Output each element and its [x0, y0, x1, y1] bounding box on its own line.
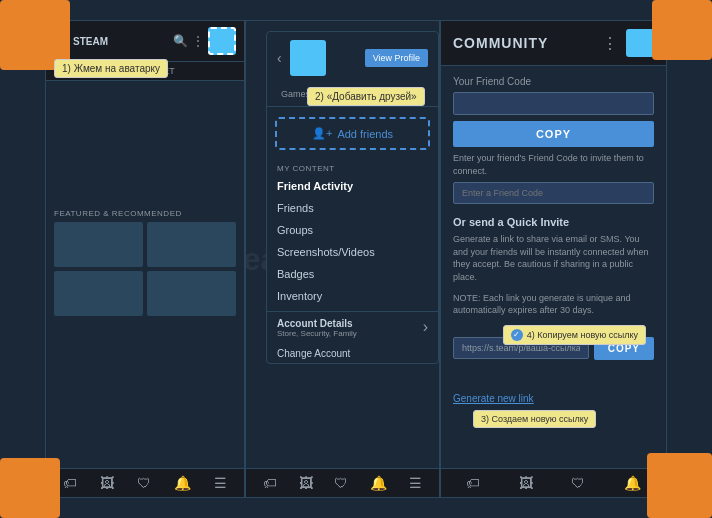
- generate-link-button[interactable]: Generate new link: [453, 393, 534, 404]
- bottom-shield-icon[interactable]: 🛡: [137, 475, 151, 491]
- list-item-groups[interactable]: Groups: [267, 219, 438, 241]
- mid-bottom-shield-icon[interactable]: 🛡: [334, 475, 348, 491]
- steam-header-icons: 🔍 ⋮: [173, 27, 236, 55]
- copy-friend-code-button[interactable]: COPY: [453, 121, 654, 147]
- steam-header: STEAM 🔍 ⋮: [46, 21, 244, 62]
- account-title[interactable]: Account Details: [277, 318, 428, 329]
- bottom-tag-icon[interactable]: 🏷: [63, 475, 77, 491]
- mid-bottom-bell-icon[interactable]: 🔔: [370, 475, 387, 491]
- check-icon: ✓: [511, 329, 523, 341]
- list-item-friend-activity[interactable]: Friend Activity: [267, 175, 438, 197]
- content-list: Friend Activity Friends Groups Screensho…: [267, 175, 438, 307]
- bottom-image-icon[interactable]: 🖼: [100, 475, 114, 491]
- tooltip-click-avatar: 1) Жмем на аватарку: [54, 59, 168, 78]
- featured-item-3: [54, 271, 143, 316]
- main-container: STEAM 🔍 ⋮ MENU WISHLIST WALLET 1) Жмем н…: [45, 20, 667, 498]
- mid-bottom-menu-icon[interactable]: ☰: [409, 475, 422, 491]
- community-header: COMMUNITY ⋮: [441, 21, 666, 66]
- account-chevron-icon: ›: [423, 318, 428, 336]
- right-bottom-nav: 🏷 🖼 🛡 🔔: [441, 468, 666, 497]
- quick-invite-desc: Generate a link to share via email or SM…: [453, 233, 654, 283]
- featured-item-2: [147, 222, 236, 267]
- featured-label: FEATURED & RECOMMENDED: [54, 209, 236, 218]
- community-menu-icon[interactable]: ⋮: [602, 34, 618, 53]
- tooltip-generate-link: 3) Создаем новую ссылку: [473, 410, 596, 428]
- steam-label: STEAM: [73, 36, 108, 47]
- view-profile-button[interactable]: View Profile: [365, 49, 428, 67]
- gift-box-bottom-right: [647, 453, 712, 518]
- right-bottom-image-icon[interactable]: 🖼: [519, 475, 533, 491]
- left-content: FEATURED & RECOMMENDED: [46, 81, 244, 324]
- gift-box-top-right: [652, 0, 712, 60]
- mid-bottom-image-icon[interactable]: 🖼: [299, 475, 313, 491]
- left-panel: STEAM 🔍 ⋮ MENU WISHLIST WALLET 1) Жмем н…: [45, 20, 245, 498]
- my-content-label: MY CONTENT: [267, 160, 438, 175]
- community-content: Your Friend Code COPY Enter your friend'…: [441, 66, 666, 464]
- left-bottom-nav: 🏷 🖼 🛡 🔔 ☰: [46, 468, 244, 497]
- friend-code-input[interactable]: [453, 92, 654, 115]
- middle-bottom-nav: 🏷 🖼 🛡 🔔 ☰: [246, 468, 439, 497]
- bottom-menu-icon[interactable]: ☰: [214, 475, 227, 491]
- bottom-bell-icon[interactable]: 🔔: [174, 475, 191, 491]
- invite-text: Enter your friend's Friend Code to invit…: [453, 152, 654, 177]
- account-subtitle: Store, Security, Family: [277, 329, 428, 338]
- list-item-inventory[interactable]: Inventory: [267, 285, 438, 307]
- community-title: COMMUNITY: [453, 35, 548, 51]
- friend-code-label: Your Friend Code: [453, 76, 654, 87]
- more-icon[interactable]: ⋮: [192, 34, 204, 48]
- tooltip-add-friends: 2) «Добавить друзей»: [307, 87, 425, 106]
- add-friends-label: Add friends: [337, 128, 393, 140]
- quick-invite-note: NOTE: Each link you generate is unique a…: [453, 292, 654, 317]
- search-icon[interactable]: 🔍: [173, 34, 188, 48]
- mid-bottom-tag-icon[interactable]: 🏷: [263, 475, 277, 491]
- tooltip-copy-link: ✓ 4) Копируем новую ссылку: [503, 325, 646, 345]
- gift-box-bottom-left: [0, 458, 60, 518]
- list-item-screenshots[interactable]: Screenshots/Videos: [267, 241, 438, 263]
- featured-item-4: [147, 271, 236, 316]
- featured-items: [54, 222, 236, 316]
- list-item-badges[interactable]: Badges: [267, 263, 438, 285]
- account-section: › Account Details Store, Security, Famil…: [267, 311, 438, 344]
- popup-header: ‹ View Profile: [267, 32, 438, 84]
- add-friends-icon: 👤+: [312, 127, 332, 140]
- right-bottom-bell-icon[interactable]: 🔔: [624, 475, 641, 491]
- popup-avatar: [290, 40, 326, 76]
- right-bottom-shield-icon[interactable]: 🛡: [571, 475, 585, 491]
- popup-overlay: ‹ View Profile 2) «Добавить друзей» Game…: [266, 31, 439, 364]
- featured-item-1: [54, 222, 143, 267]
- add-friends-button[interactable]: 👤+ Add friends: [275, 117, 430, 150]
- generate-link-row: Generate new link 3) Создаем новую ссылк…: [453, 388, 654, 406]
- quick-invite-title: Or send a Quick Invite: [453, 216, 654, 228]
- friend-code-section: Your Friend Code COPY Enter your friend'…: [453, 76, 654, 204]
- middle-panel: steamgifts ‹ View Profile 2) «Добавить д…: [245, 20, 440, 498]
- enter-friend-code-input[interactable]: [453, 182, 654, 204]
- community-avatar: [626, 29, 654, 57]
- user-avatar[interactable]: [208, 27, 236, 55]
- tooltip-4-text: 4) Копируем новую ссылку: [527, 330, 638, 340]
- right-bottom-tag-icon[interactable]: 🏷: [466, 475, 480, 491]
- quick-invite-section: Or send a Quick Invite Generate a link t…: [453, 216, 654, 406]
- back-arrow-icon[interactable]: ‹: [277, 50, 282, 66]
- right-panel: COMMUNITY ⋮ Your Friend Code COPY Enter …: [440, 20, 667, 498]
- change-account[interactable]: Change Account: [267, 344, 438, 363]
- list-item-friends[interactable]: Friends: [267, 197, 438, 219]
